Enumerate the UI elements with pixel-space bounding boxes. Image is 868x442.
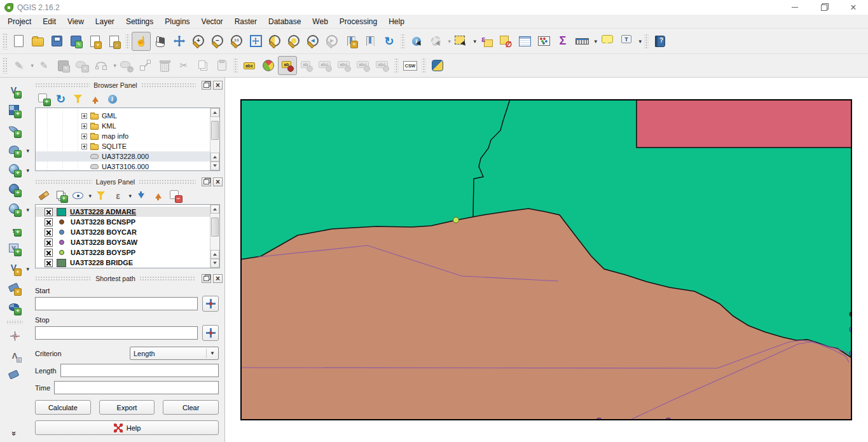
statistical-summary-button[interactable] — [553, 32, 572, 51]
close-panel-button[interactable] — [213, 81, 223, 90]
layer-visibility-checkbox[interactable] — [45, 259, 53, 267]
current-edits-button[interactable] — [9, 56, 28, 75]
cut-features-button[interactable] — [174, 56, 193, 75]
zoom-out-button[interactable] — [208, 32, 227, 51]
add-group-button[interactable] — [52, 188, 69, 204]
layer-visibility-checkbox[interactable] — [45, 228, 53, 237]
copy-features-button[interactable] — [193, 56, 212, 75]
select-features-button[interactable] — [451, 32, 471, 51]
toolbar-overflow-button[interactable] — [5, 427, 24, 439]
start-input[interactable] — [35, 297, 198, 310]
add-oracle-georaster-layer-button[interactable] — [5, 299, 24, 317]
expand-all-button[interactable] — [132, 188, 149, 204]
tree-item-sqlite[interactable]: SQLITE — [36, 141, 219, 151]
zoom-last-button[interactable] — [303, 32, 322, 51]
refresh-browser-button[interactable] — [52, 91, 69, 107]
scroll-up-button[interactable] — [210, 250, 219, 259]
add-feature-button[interactable] — [72, 56, 92, 75]
add-wfs-layer-button[interactable] — [5, 200, 24, 219]
panel-grip[interactable] — [139, 276, 196, 281]
tree-item-kml[interactable]: KML — [36, 121, 219, 131]
zoom-to-layer-button[interactable] — [265, 32, 284, 51]
change-label-button[interactable] — [373, 56, 392, 75]
tree-item-ua3t3106[interactable]: UA3T3106.000 — [36, 162, 219, 171]
scrollbar-thumb[interactable] — [211, 218, 219, 237]
expander-icon[interactable] — [81, 144, 87, 149]
run-feature-action-button[interactable] — [426, 32, 445, 51]
scrollbar[interactable] — [210, 108, 219, 170]
panel-grip[interactable] — [35, 83, 90, 88]
tree-item-gml[interactable]: GML — [36, 111, 219, 121]
add-spatialite-layer-button[interactable] — [5, 121, 24, 140]
zoom-to-selection-button[interactable] — [284, 32, 303, 51]
deselect-all-button[interactable] — [496, 32, 515, 51]
close-panel-button[interactable] — [213, 177, 223, 186]
layer-ua3t3228-boysaw[interactable]: UA3T3228 BOYSAW — [36, 237, 219, 247]
panel-grip[interactable] — [35, 179, 92, 184]
close-window-button[interactable] — [839, 0, 868, 15]
panel-grip[interactable] — [141, 83, 196, 88]
layer-ua3t3228-admare[interactable]: UA3T3228 ADMARE — [36, 207, 219, 217]
manage-visibility-button[interactable] — [69, 188, 86, 204]
tree-item-map-info[interactable]: map info — [36, 131, 219, 141]
field-calculator-button[interactable] — [534, 32, 553, 51]
add-selected-layer-button[interactable] — [35, 91, 52, 107]
float-panel-button[interactable] — [202, 177, 211, 186]
map-canvas[interactable] — [225, 78, 868, 442]
pin-unpin-labels-button[interactable] — [297, 56, 316, 75]
capture-stop-point-button[interactable] — [202, 325, 219, 341]
pan-map-button[interactable] — [151, 32, 170, 51]
scrollbar-track[interactable] — [210, 214, 219, 250]
show-hide-labels-button[interactable] — [316, 56, 335, 75]
composer-manager-button[interactable] — [104, 32, 123, 51]
length-input[interactable] — [60, 364, 219, 377]
rotate-label-button[interactable] — [354, 56, 373, 75]
scroll-down-button[interactable] — [210, 259, 219, 268]
menu-item[interactable]: Edit — [37, 15, 62, 28]
collapse-tree-button[interactable] — [86, 91, 104, 107]
toggle-editing-button[interactable] — [34, 56, 53, 75]
metasearch-csw-button[interactable] — [401, 56, 420, 75]
menu-item[interactable]: Processing — [334, 15, 383, 28]
panel-grip[interactable] — [35, 276, 92, 281]
identify-features-button[interactable] — [407, 32, 426, 51]
time-input[interactable] — [54, 381, 219, 394]
panel-grip[interactable] — [139, 179, 196, 184]
python-console-button[interactable] — [428, 56, 447, 75]
menu-item[interactable]: Plugins — [159, 15, 195, 28]
refresh-map-button[interactable] — [380, 32, 399, 51]
menu-item[interactable]: Web — [307, 15, 333, 28]
map-tips-button[interactable] — [598, 32, 617, 51]
toolbar-grip[interactable] — [3, 57, 8, 74]
open-layer-styling-button[interactable] — [35, 188, 52, 204]
filter-browser-button[interactable] — [69, 91, 86, 107]
scrollbar-thumb[interactable] — [211, 121, 219, 140]
menu-item[interactable]: Raster — [229, 15, 263, 28]
move-label-button[interactable] — [335, 56, 354, 75]
expander-icon[interactable] — [81, 123, 87, 129]
scroll-down-button[interactable] — [210, 162, 219, 170]
add-raster-layer-button[interactable] — [5, 102, 24, 120]
remove-layer-button[interactable] — [167, 188, 184, 204]
scroll-up-button[interactable] — [210, 205, 219, 214]
add-postgis-layer-button[interactable] — [5, 141, 24, 160]
coordinate-capture-button[interactable] — [5, 327, 24, 345]
measure-button[interactable] — [572, 32, 591, 51]
layer-visibility-checkbox[interactable] — [45, 249, 53, 257]
menu-item[interactable]: Help — [383, 15, 410, 28]
menu-item[interactable]: Database — [263, 15, 307, 28]
select-by-expression-button[interactable] — [477, 32, 496, 51]
help-contents-button[interactable] — [651, 32, 670, 51]
layer-labeling-options-button[interactable] — [240, 56, 259, 75]
add-vector-layer-button[interactable] — [5, 82, 24, 100]
float-panel-button[interactable] — [202, 81, 211, 90]
help-button[interactable]: Help — [35, 420, 219, 435]
properties-widget-button[interactable] — [104, 91, 121, 107]
tree-item-ua3t3228[interactable]: UA3T3228.000 — [36, 151, 219, 162]
layer-ua3t3228-bridge[interactable]: UA3T3228 BRIDGE — [36, 258, 219, 268]
criterion-select[interactable]: Length ▼ — [130, 347, 219, 360]
menu-item[interactable]: Layer — [90, 15, 120, 28]
toolbar-grip[interactable] — [3, 33, 8, 50]
open-project-button[interactable] — [28, 32, 47, 51]
paste-features-button[interactable] — [212, 56, 231, 75]
